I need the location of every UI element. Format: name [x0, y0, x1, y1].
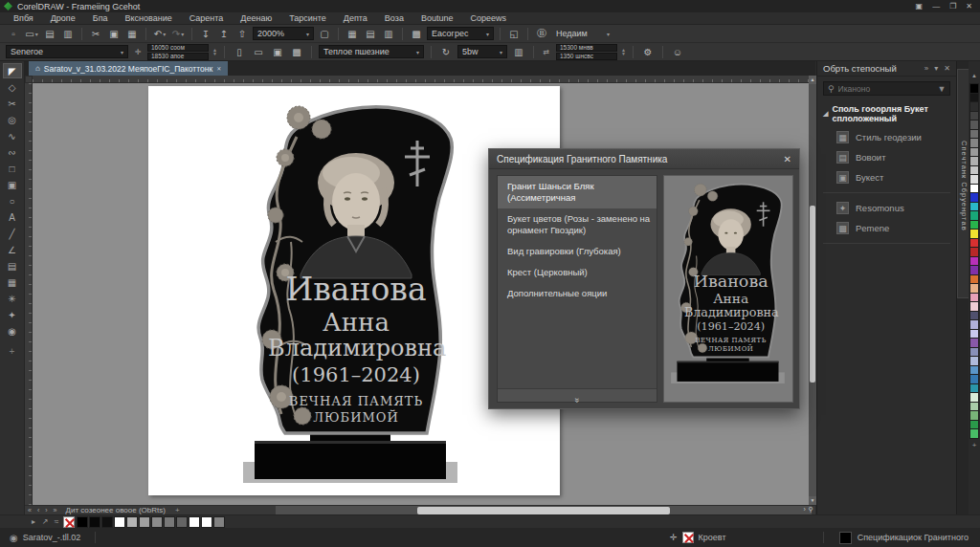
feedback-face-button[interactable]: ☺ [670, 45, 685, 59]
portrait-orientation-button[interactable]: ▯ [232, 45, 247, 59]
position-y-field[interactable]: 18530 апое [147, 53, 209, 60]
style-item-vovoit[interactable]: ▤ Вовоит [817, 147, 956, 167]
tool-button[interactable]: ✳ [3, 291, 22, 306]
color-swatch[interactable] [969, 428, 979, 439]
filter-icon[interactable]: ▼ [938, 84, 947, 94]
tab-close-icon[interactable]: ✕ [216, 65, 221, 72]
page-preset-select[interactable]: Senerое▾ [6, 45, 128, 58]
tool-button[interactable]: ╱ [3, 226, 22, 241]
spec-item-cross[interactable]: Крест (Церковный) [498, 262, 657, 283]
tool-button[interactable]: ✂ [3, 96, 22, 111]
dialog-title-bar[interactable]: Спецификация Гранитного Памятника ✕ [489, 149, 799, 169]
menu-item[interactable]: Тарсинте [281, 12, 334, 24]
search-input[interactable] [838, 84, 934, 94]
tool-button[interactable]: ◎ [3, 112, 22, 127]
save-button[interactable]: ▤ [42, 27, 57, 41]
paste-button[interactable]: ▦ [124, 27, 140, 41]
current-page-button[interactable]: ▩ [289, 45, 304, 59]
tool-button[interactable]: ▤ [3, 258, 22, 274]
menu-item[interactable]: Boutune [413, 12, 461, 24]
size-height-field[interactable]: 1350 шнсвс [556, 53, 617, 60]
scroll-down-icon[interactable]: ▼ [809, 496, 816, 505]
style-item-resomonus[interactable]: ✦ Resomonus [817, 198, 956, 218]
palette-flyout-icon[interactable]: ▸ [29, 517, 38, 526]
scroll-up-icon[interactable]: ▲ [809, 76, 816, 84]
dialog-close-button[interactable]: ✕ [784, 154, 791, 164]
tool-button[interactable]: ◉ [3, 323, 22, 339]
export-pdf-button[interactable]: ⇧ [234, 27, 250, 41]
publish-select[interactable]: Недаим▾ [552, 27, 613, 40]
menu-item[interactable]: Впбя [6, 12, 41, 24]
color-swatch[interactable] [101, 516, 113, 528]
color-swatch[interactable] [89, 516, 100, 528]
menu-item[interactable]: Вкснование [118, 12, 180, 24]
tool-button[interactable]: ▦ [3, 274, 22, 290]
tool-button[interactable]: ∿ [3, 128, 22, 143]
enhanced-view-button[interactable]: ▥ [381, 27, 396, 41]
first-page-icon[interactable]: « [25, 507, 34, 514]
restore-button[interactable]: ❐ [949, 2, 956, 11]
tool-button[interactable]: □ [3, 161, 22, 176]
color-swatch[interactable] [139, 516, 150, 528]
next-page-icon[interactable]: › [42, 507, 50, 514]
page-label[interactable]: Дит созеонее овоое (ObRts) [66, 506, 166, 514]
settings-gear-button[interactable]: ⚙ [640, 45, 656, 59]
style-item-bouquet[interactable]: ▣ Букест [817, 167, 956, 187]
tool-button[interactable]: ∾ [3, 144, 22, 160]
menu-item[interactable]: Copeews [462, 12, 514, 24]
docker-title-bar[interactable]: Обрть степосный » ▾ ✕ [817, 61, 956, 77]
color-picker-icon[interactable]: ↗ [40, 517, 50, 526]
docker-menu-icon[interactable]: ▾ [934, 64, 938, 73]
monument-artwork[interactable]: Иванова Анна Владимировна (1961–2024) ВЕ… [239, 98, 461, 483]
undo-button[interactable]: ↶▾ [152, 27, 167, 41]
style-item-pemene[interactable]: ▩ Pemene [817, 218, 956, 238]
color-swatch[interactable] [189, 516, 200, 528]
add-tool-button[interactable]: + [3, 343, 22, 359]
document-tab[interactable]: ⌂ Saratov_v_31.03.2022 МеяпоеГІС_Пакотто… [29, 61, 228, 76]
docker-close-icon[interactable]: ✕ [944, 64, 950, 73]
color-swatch[interactable] [126, 516, 138, 528]
pixels-view-button[interactable]: ▤ [363, 27, 378, 41]
delete-button[interactable]: ▥ [511, 45, 526, 59]
import-button[interactable]: ↧ [198, 27, 213, 41]
last-page-icon[interactable]: » [51, 507, 60, 514]
size-spinner[interactable]: ▲▼ [621, 48, 626, 55]
style-item-geometry[interactable]: ▦ Стиль геодезии [817, 127, 956, 147]
menu-item[interactable]: Депта [336, 12, 375, 24]
units-select[interactable]: 5bw▾ [457, 45, 507, 58]
print-button[interactable]: ▥ [60, 27, 76, 41]
color-swatch[interactable] [151, 516, 163, 528]
fill-mode-select[interactable]: Теплое пшезние▾ [319, 45, 424, 58]
spec-item-granite[interactable]: Гранит Шаньси Бляк (Ассиметричная [498, 176, 657, 208]
color-swatch[interactable] [201, 516, 212, 528]
snap-grid-button[interactable]: ▩ [409, 27, 424, 41]
snap-presets-select[interactable]: Еасогрес▾ [427, 27, 494, 40]
vertical-scrollbar[interactable]: ▲ ▼ [809, 76, 816, 505]
rotate-button[interactable]: ↻ [438, 45, 454, 59]
ruler-origin[interactable] [25, 76, 33, 83]
tool-button[interactable]: ◇ [3, 79, 22, 95]
tool-button[interactable]: ○ [3, 193, 22, 208]
menu-item[interactable]: Дропе [43, 12, 83, 24]
options-window-button[interactable]: ◱ [506, 27, 522, 41]
open-button[interactable]: ▭▾ [24, 27, 39, 41]
color-swatch[interactable] [77, 516, 88, 528]
color-swatch[interactable] [114, 516, 125, 528]
tool-button[interactable]: A [3, 209, 22, 225]
horizontal-scroll-thumb[interactable] [417, 507, 670, 514]
horizontal-ruler[interactable] [33, 76, 809, 83]
all-pages-button[interactable]: ▣ [270, 45, 285, 59]
position-x-field[interactable]: 16050 соом [147, 44, 209, 52]
zoom-glass-icon[interactable]: ⚲ [809, 506, 813, 514]
docker-collapse-icon[interactable]: » [924, 64, 928, 73]
palette-up-icon[interactable]: ▲ [971, 73, 977, 78]
palette-options-icon[interactable]: ≈ [52, 517, 61, 526]
size-width-field[interactable]: 15300 мнвв [556, 44, 617, 52]
specification-dialog[interactable]: Спецификация Гранитного Памятника ✕ Гран… [488, 148, 800, 409]
menu-item[interactable]: Бпа [85, 12, 116, 24]
prev-page-icon[interactable]: ‹ [34, 507, 42, 514]
export-button[interactable]: ↥ [216, 27, 232, 41]
spec-item-options[interactable]: Дополнительные ояции [498, 283, 657, 304]
list-scroll-more-button[interactable]: » [498, 388, 657, 402]
cut-button[interactable]: ✂ [88, 27, 103, 41]
